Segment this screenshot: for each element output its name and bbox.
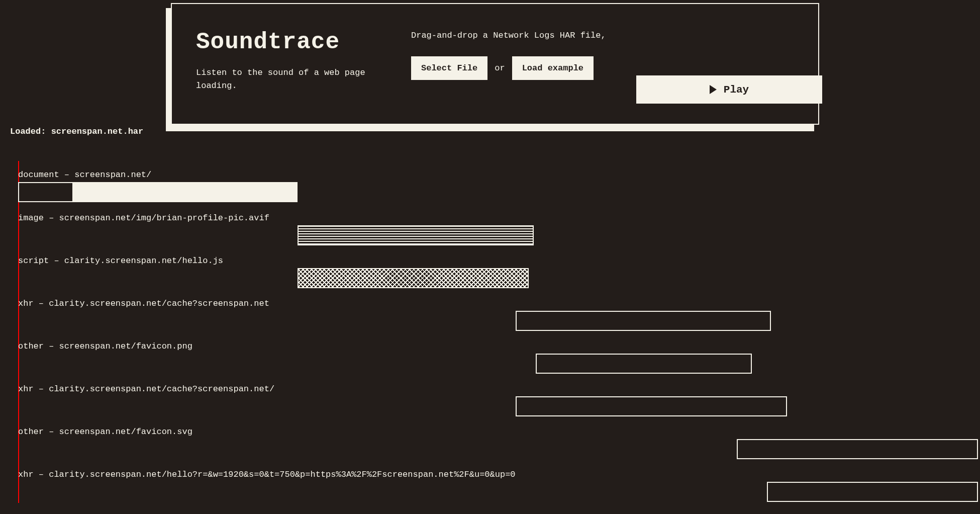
header-mid: Drag-and-drop a Network Logs HAR file, S…: [411, 29, 612, 104]
entry-bar[interactable]: [737, 439, 978, 459]
entry-label: image – screenspan.net/img/brian-profile…: [18, 213, 269, 223]
select-file-button[interactable]: Select File: [411, 56, 487, 80]
entry-label: xhr – clarity.screenspan.net/cache?scree…: [18, 384, 274, 394]
header-panel: Soundtrace Listen to the sound of a web …: [171, 3, 819, 128]
timeline-entry: document – screenspan.net/: [18, 170, 151, 183]
timeline-entry: other – screenspan.net/favicon.svg: [18, 427, 192, 440]
button-row: Select File or Load example: [411, 56, 612, 80]
entry-label: document – screenspan.net/: [18, 170, 151, 180]
entry-label: other – screenspan.net/favicon.png: [18, 341, 192, 351]
header-right: Play: [636, 29, 822, 104]
entry-label: xhr – clarity.screenspan.net/cache?scree…: [18, 299, 269, 308]
header-left: Soundtrace Listen to the sound of a web …: [196, 29, 387, 104]
timeline: document – screenspan.net/image – screen…: [18, 161, 970, 514]
instruction-text: Drag-and-drop a Network Logs HAR file,: [411, 29, 612, 42]
entry-bar[interactable]: [767, 482, 978, 502]
entry-bar[interactable]: [536, 354, 752, 374]
entry-bar[interactable]: [516, 396, 787, 416]
play-icon: [710, 85, 717, 94]
tagline: Listen to the sound of a web page loadin…: [196, 66, 387, 92]
entry-bar[interactable]: [72, 182, 298, 202]
loaded-prefix: Loaded:: [10, 127, 51, 136]
entry-bar[interactable]: [516, 311, 771, 331]
loaded-status: Loaded: screenspan.net.har: [10, 127, 143, 136]
header-content: Soundtrace Listen to the sound of a web …: [171, 3, 819, 125]
timeline-entry: other – screenspan.net/favicon.png: [18, 341, 192, 354]
timeline-entry: xhr – clarity.screenspan.net/hello?r=&w=…: [18, 470, 516, 482]
timeline-entry: image – screenspan.net/img/brian-profile…: [18, 213, 269, 226]
entry-label: script – clarity.screenspan.net/hello.js: [18, 256, 223, 266]
play-button[interactable]: Play: [636, 75, 822, 104]
timeline-entry: script – clarity.screenspan.net/hello.js: [18, 256, 223, 269]
entry-label: xhr – clarity.screenspan.net/hello?r=&w=…: [18, 470, 516, 479]
entry-bar[interactable]: [298, 268, 529, 288]
play-label: Play: [724, 84, 749, 96]
timeline-entry: xhr – clarity.screenspan.net/cache?scree…: [18, 384, 274, 397]
timeline-entry: xhr – clarity.screenspan.net/cache?scree…: [18, 299, 269, 311]
entry-bar[interactable]: [298, 225, 534, 245]
playhead-line[interactable]: [18, 161, 19, 503]
entry-prebar: [18, 182, 72, 202]
app-title: Soundtrace: [196, 29, 387, 55]
load-example-button[interactable]: Load example: [512, 56, 594, 80]
entry-label: other – screenspan.net/favicon.svg: [18, 427, 192, 437]
loaded-filename: screenspan.net.har: [51, 127, 144, 136]
or-text: or: [495, 63, 505, 73]
